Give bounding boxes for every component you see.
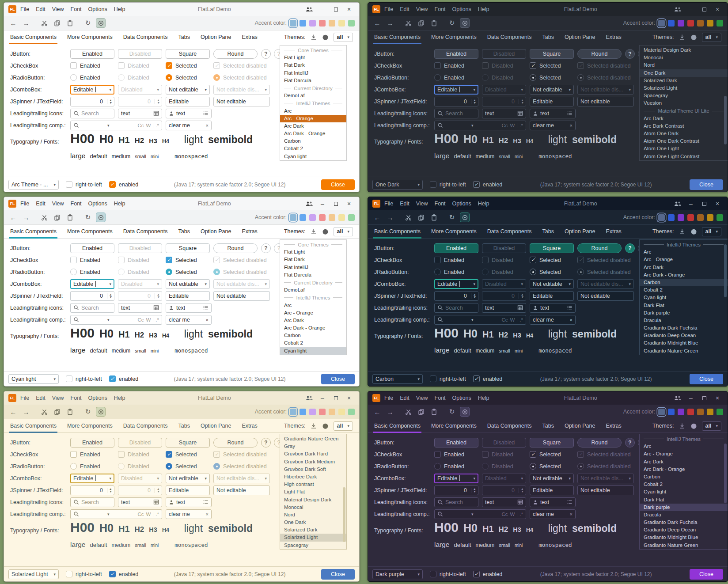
accent-color-swatch[interactable] [348, 214, 355, 221]
checkbox-selected[interactable] [530, 451, 536, 458]
clear-me-input[interactable]: clear me× [166, 315, 212, 325]
checkbox-selected[interactable] [166, 62, 172, 69]
search-with-options-input[interactable]: ▾ Cc W .* [70, 509, 162, 519]
match-case-button[interactable]: Cc [501, 317, 508, 322]
combo-editable[interactable]: Editable▾ [434, 85, 478, 95]
right-to-left-checkbox[interactable]: right-to-left [430, 571, 466, 577]
radio-enabled[interactable] [70, 463, 77, 470]
cut-icon[interactable] [39, 18, 49, 28]
minimize-button[interactable]: – [317, 393, 328, 403]
tab-extras[interactable]: Extras [606, 30, 621, 44]
square-button[interactable]: Square [530, 49, 574, 59]
text-field-user-list[interactable]: text [530, 497, 576, 507]
theme-list-item[interactable]: Arc Dark [640, 458, 728, 466]
list-icon[interactable] [567, 499, 573, 505]
textfield-editable[interactable]: Editable [530, 485, 574, 495]
refresh-icon[interactable]: ↻ [83, 18, 93, 28]
spinner[interactable]: 0▴▾ [70, 97, 114, 106]
regex-button[interactable]: .* [155, 317, 159, 322]
search-with-options-input[interactable]: ▾ Cc W .* [434, 121, 526, 130]
accent-color-swatch[interactable] [687, 20, 694, 27]
menu-item-font[interactable]: Font [435, 395, 446, 401]
copy-icon[interactable] [416, 18, 426, 28]
tab-extras[interactable]: Extras [606, 225, 621, 239]
forward-button[interactable]: → [385, 212, 395, 222]
list-icon[interactable] [567, 110, 573, 116]
theme-list-item[interactable]: Atom One Light [640, 145, 728, 152]
eye-toggle-button[interactable] [96, 212, 106, 222]
combo-editable[interactable]: Editable▾ [70, 85, 114, 95]
accent-color-swatch[interactable] [290, 20, 296, 27]
spinner[interactable]: 0▴▾ [434, 291, 478, 301]
back-button[interactable]: ← [8, 407, 18, 417]
theme-list-item[interactable]: One Dark [640, 69, 728, 77]
list-icon[interactable] [203, 110, 209, 116]
square-button[interactable]: Square [166, 49, 210, 59]
theme-list-item[interactable]: Monocai [640, 54, 728, 61]
menu-item-help[interactable]: Help [478, 395, 489, 401]
match-case-button[interactable]: Cc [501, 512, 508, 517]
close-button[interactable]: Close [321, 179, 355, 190]
text-field-calendar[interactable]: text [118, 109, 162, 118]
search-input[interactable]: Search [70, 109, 114, 118]
accent-color-swatch[interactable] [717, 409, 723, 415]
tab-data-components[interactable]: Data Components [123, 30, 168, 44]
checkbox-enabled[interactable] [434, 451, 441, 458]
theme-list-item[interactable]: Arc Dark [280, 317, 346, 324]
checkbox-selected[interactable] [166, 257, 172, 263]
theme-list-item[interactable]: Nord [640, 61, 728, 69]
menu-item-help[interactable]: Help [478, 201, 489, 207]
themes-list[interactable]: Core ThemesFlat LightFlat DarkFlat Intel… [280, 239, 347, 355]
eye-toggle-button[interactable] [460, 407, 470, 417]
whole-words-button[interactable]: W [510, 123, 515, 128]
combo-not-editable[interactable]: Not editable▾ [166, 279, 210, 289]
theme-list-item[interactable]: Hiberbee Dark [280, 473, 346, 481]
paste-icon[interactable] [429, 407, 439, 417]
theme-list-item[interactable]: Gradianto Midnight Blue [640, 534, 728, 541]
copy-icon[interactable] [52, 212, 62, 222]
tab-more-components[interactable]: More Components [67, 225, 113, 239]
menu-item-help[interactable]: Help [114, 201, 125, 207]
checkbox-enabled[interactable] [70, 451, 77, 458]
menu-item-edit[interactable]: Edit [36, 6, 46, 12]
checkbox-enabled[interactable] [434, 257, 441, 263]
radio-selected[interactable] [166, 74, 172, 81]
checkbox-enabled[interactable] [70, 62, 77, 69]
search-with-options-input[interactable]: ▾ Cc W .* [70, 121, 162, 130]
combo-not-editable[interactable]: Not editable▾ [530, 85, 574, 95]
themes-filter-combo[interactable]: all▾ [334, 421, 353, 431]
enabled-button[interactable]: Enabled [434, 243, 478, 253]
tab-more-components[interactable]: More Components [67, 30, 113, 44]
menu-item-edit[interactable]: Edit [36, 201, 46, 207]
chevron-down-icon[interactable]: ▾ [471, 318, 474, 322]
tab-tabs[interactable]: Tabs [542, 419, 554, 433]
theme-list-item[interactable]: Carbon [640, 473, 728, 481]
accent-color-swatch[interactable] [329, 214, 335, 221]
accent-color-swatch[interactable] [300, 409, 306, 415]
maximize-button[interactable] [330, 4, 341, 14]
back-button[interactable]: ← [372, 407, 382, 417]
theme-list-item[interactable]: Atom One Dark [640, 130, 728, 137]
download-icon[interactable] [678, 33, 686, 41]
round-button[interactable]: Round [577, 243, 622, 253]
cut-icon[interactable] [403, 407, 413, 417]
theme-list-item[interactable]: Gradianto Dark Fuchsia [640, 324, 728, 332]
theme-list-item[interactable]: Gradianto Midnight Blue [640, 339, 728, 347]
theme-list-item[interactable]: Gradianto Nature Green [640, 347, 728, 355]
tab-basic-components[interactable]: Basic Components [374, 225, 421, 239]
tab-basic-components[interactable]: Basic Components [10, 225, 57, 239]
checkbox-selected[interactable] [166, 451, 172, 458]
search-input[interactable]: Search [434, 109, 478, 118]
eye-toggle-button[interactable] [460, 18, 470, 28]
spinner[interactable]: 0▴▾ [70, 485, 114, 495]
regex-button[interactable]: .* [155, 123, 159, 128]
menu-item-font[interactable]: Font [435, 201, 446, 207]
theme-list-item[interactable]: Flat Light [280, 54, 346, 61]
menu-item-file[interactable]: File [384, 201, 393, 207]
tab-more-components[interactable]: More Components [431, 225, 477, 239]
tab-tabs[interactable]: Tabs [178, 30, 190, 44]
round-button[interactable]: Round [213, 438, 258, 447]
chevron-down-icon[interactable]: ▾ [205, 87, 207, 92]
right-to-left-checkbox[interactable]: right-to-left [430, 375, 466, 382]
cut-icon[interactable] [403, 18, 413, 28]
